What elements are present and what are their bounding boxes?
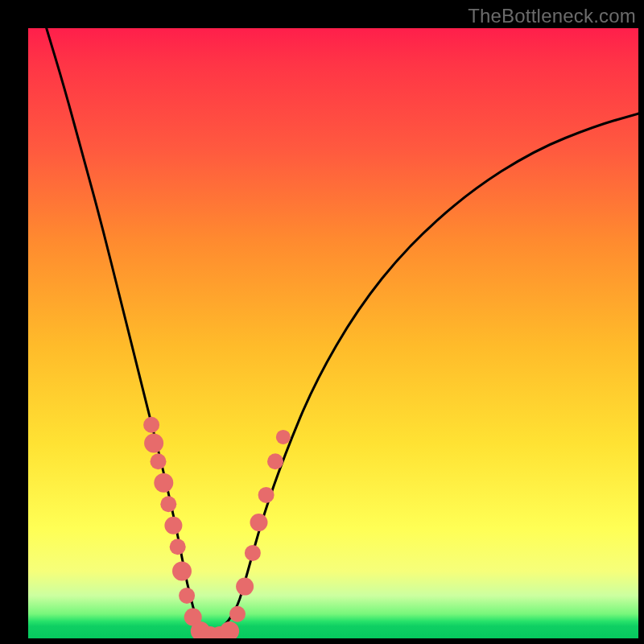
watermark-text: TheBottleneck.com <box>468 5 636 27</box>
marker-dot <box>236 578 254 596</box>
marker-dot <box>179 588 195 604</box>
marker-dot <box>151 453 167 469</box>
marker-dot <box>172 562 192 581</box>
marker-dot <box>267 453 283 469</box>
plot-area <box>28 28 638 638</box>
marker-dot <box>154 473 173 493</box>
plot-overlay <box>28 28 638 638</box>
marker-dot <box>220 621 239 638</box>
marker-dot <box>229 606 246 622</box>
marker-dot <box>160 496 176 512</box>
marker-dot <box>170 539 186 555</box>
marker-dot <box>144 433 163 452</box>
marker-dot <box>245 545 261 561</box>
marker-dot <box>258 487 275 503</box>
bottleneck-curve <box>47 28 638 635</box>
marker-dot <box>143 417 159 433</box>
marker-dot <box>276 430 291 444</box>
marker-dot <box>164 517 182 535</box>
chart-stage: TheBottleneck.com <box>0 0 644 644</box>
highlight-markers <box>143 417 291 638</box>
marker-dot <box>250 514 268 531</box>
